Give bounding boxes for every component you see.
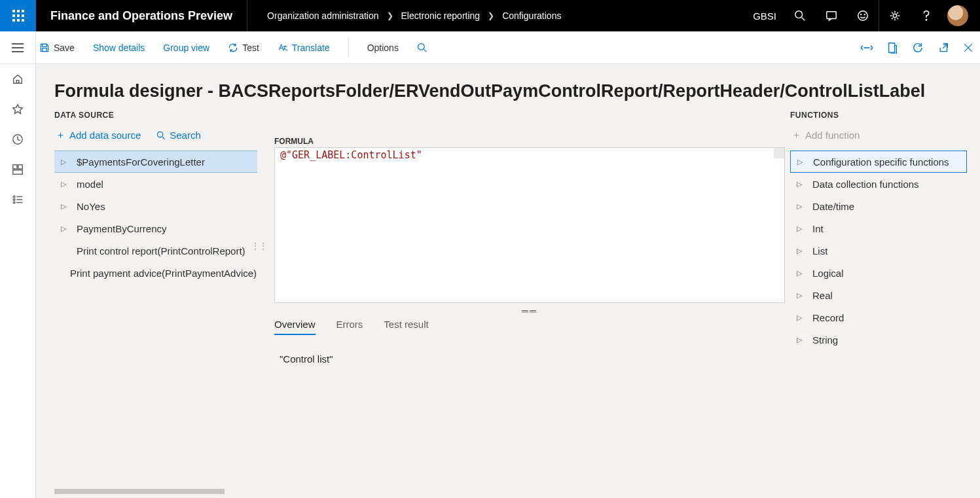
datasource-tree-item[interactable]: ▷model <box>54 173 257 195</box>
svg-point-36 <box>13 199 15 201</box>
breadcrumb-item[interactable]: Electronic reporting <box>401 10 481 21</box>
options-button[interactable]: Options <box>367 43 399 53</box>
datasource-tree-item[interactable]: ▷$PaymentsForCoveringLetter <box>54 151 257 173</box>
page-icon[interactable] <box>887 42 898 54</box>
breadcrumb-item[interactable]: Organization administration <box>267 10 378 21</box>
svg-rect-2 <box>22 10 24 12</box>
functions-tree-item[interactable]: ▷Data collection functions <box>790 173 967 195</box>
show-details-button[interactable]: Show details <box>93 43 145 53</box>
translate-label: Translate <box>292 43 330 53</box>
formula-editor[interactable]: @"GER_LABEL:ControlList" <box>274 147 785 303</box>
datasource-tree-item[interactable]: Print payment advice(PrintPaymentAdvice) <box>54 262 257 284</box>
tree-item-label: String <box>812 334 838 346</box>
expander-icon[interactable]: ▷ <box>61 180 67 188</box>
datasource-tree-item[interactable]: ▷NoYes <box>54 195 257 217</box>
functions-tree-item[interactable]: ▷Record <box>790 306 967 329</box>
svg-rect-29 <box>16 80 19 84</box>
svg-rect-25 <box>889 43 895 52</box>
plus-icon: ＋ <box>56 129 65 141</box>
tree-item-label: Record <box>812 312 844 323</box>
svg-point-22 <box>418 43 425 50</box>
expander-icon[interactable]: ▷ <box>797 202 803 211</box>
horizontal-splitter[interactable]: ══ <box>274 303 785 319</box>
expander-icon[interactable]: ▷ <box>797 313 803 322</box>
svg-rect-32 <box>18 165 22 169</box>
svg-point-34 <box>13 196 15 198</box>
result-tabs: OverviewErrorsTest result <box>274 319 785 335</box>
add-datasource-button[interactable]: ＋ Add data source <box>56 129 141 141</box>
search-datasource-button[interactable]: Search <box>156 129 201 141</box>
tree-item-label: Configuration specific functions <box>813 156 949 168</box>
toolbar-search-icon[interactable] <box>417 43 427 53</box>
overview-content: "Control list" <box>274 335 785 383</box>
page-title: Formula designer - BACSReportsFolder/ERV… <box>54 81 980 101</box>
test-button[interactable]: Test <box>228 43 259 53</box>
svg-point-15 <box>893 14 896 17</box>
functions-tree-item[interactable]: ▷Logical <box>790 262 967 284</box>
expander-icon[interactable]: ▷ <box>797 224 803 233</box>
functions-panel: FUNCTIONS ＋ Add function ▷Configuration … <box>790 111 980 482</box>
svg-point-13 <box>861 14 862 15</box>
popout-icon[interactable] <box>938 43 949 53</box>
svg-point-9 <box>795 11 803 18</box>
functions-actions: ＋ Add function <box>790 129 967 141</box>
datasource-tree-item[interactable]: Print control report(PrintControlReport) <box>54 240 257 262</box>
refresh-page-icon[interactable] <box>912 42 924 54</box>
datasource-tree-item[interactable]: ▷PaymentByCurrency <box>54 217 257 240</box>
recent-icon[interactable] <box>0 124 35 154</box>
expander-icon[interactable]: ▷ <box>797 336 803 344</box>
expander-icon[interactable]: ▷ <box>61 158 67 166</box>
workspaces-icon[interactable] <box>0 154 35 185</box>
functions-tree: ▷Configuration specific functions▷Data c… <box>790 151 967 351</box>
formula-panel: FORMULA @"GER_LABEL:ControlList" ══ Over… <box>261 111 790 482</box>
svg-rect-21 <box>43 48 46 51</box>
functions-tree-item[interactable]: ▷Real <box>790 284 967 306</box>
horizontal-scrollbar[interactable] <box>54 489 225 494</box>
close-icon[interactable] <box>963 43 973 53</box>
user-avatar[interactable] <box>942 0 973 31</box>
functions-tree-item[interactable]: ▷Int <box>790 217 967 240</box>
link-icon[interactable] <box>861 43 873 52</box>
expander-icon[interactable]: ▷ <box>797 247 803 255</box>
expander-icon[interactable]: ▷ <box>797 180 803 188</box>
expander-icon[interactable]: ▷ <box>797 269 803 277</box>
smile-icon[interactable] <box>847 0 879 31</box>
search-datasource-label: Search <box>170 130 201 141</box>
search-icon[interactable] <box>784 0 816 31</box>
messages-icon[interactable] <box>816 0 847 31</box>
group-view-button[interactable]: Group view <box>163 43 209 53</box>
svg-rect-3 <box>12 14 15 17</box>
translate-button[interactable]: Translate <box>278 43 330 53</box>
functions-tree-item[interactable]: ▷Configuration specific functions <box>790 151 967 173</box>
action-toolbar: Save Show details Group view Test Transl… <box>0 31 980 64</box>
toolbar-separator <box>348 39 349 57</box>
home-icon[interactable] <box>0 64 35 94</box>
modules-icon[interactable] <box>0 185 35 215</box>
functions-tree-item[interactable]: ▷List <box>790 240 967 262</box>
svg-rect-4 <box>17 14 20 17</box>
expander-icon[interactable]: ▷ <box>61 224 67 233</box>
gear-icon[interactable] <box>879 0 911 31</box>
functions-tree-item[interactable]: ▷String <box>790 329 967 351</box>
expander-icon[interactable]: ▷ <box>797 158 804 166</box>
tree-item-label: Logical <box>812 268 844 279</box>
svg-line-23 <box>424 49 426 52</box>
tab-test-result[interactable]: Test result <box>384 319 428 335</box>
tab-errors[interactable]: Errors <box>336 319 363 335</box>
tree-item-label: Data collection functions <box>812 179 919 190</box>
expander-icon[interactable]: ▷ <box>797 291 803 300</box>
expander-icon[interactable]: ▷ <box>61 202 67 211</box>
chevron-right-icon: ❯ <box>488 11 494 20</box>
help-icon[interactable] <box>911 0 942 31</box>
breadcrumb-item[interactable]: Configurations <box>502 10 561 21</box>
main-content: Formula designer - BACSReportsFolder/ERV… <box>36 64 980 498</box>
favorites-icon[interactable] <box>0 94 35 124</box>
save-button[interactable]: Save <box>39 43 75 53</box>
app-launcher-icon[interactable] <box>0 0 36 31</box>
company-picker[interactable]: GBSI <box>745 0 784 31</box>
functions-tree-item[interactable]: ▷Date/time <box>790 195 967 217</box>
svg-rect-20 <box>43 44 46 46</box>
toolbar-right <box>861 42 973 54</box>
tab-overview[interactable]: Overview <box>274 319 316 335</box>
tree-item-label: NoYes <box>77 201 105 212</box>
